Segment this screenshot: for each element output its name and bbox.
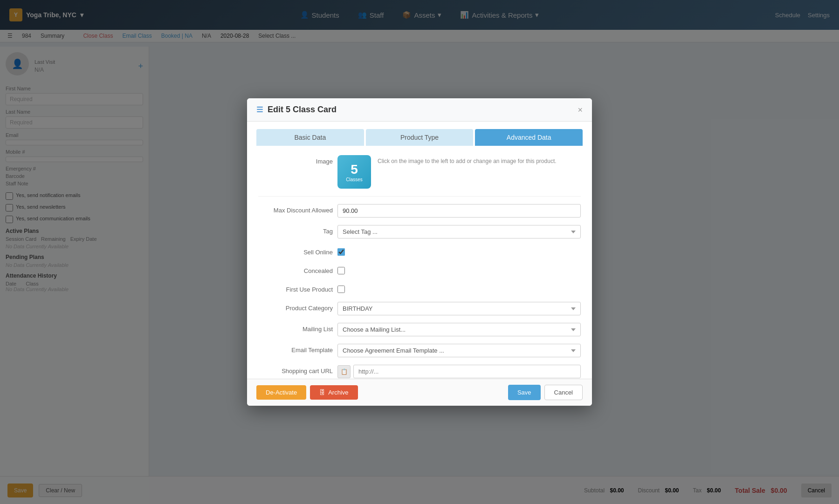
tag-control: Select Tag ... (337, 225, 581, 238)
image-row: Image 5 Classes Click on the image to th… (258, 155, 581, 189)
save-button[interactable]: Save (508, 385, 541, 400)
tab-basic-data[interactable]: Basic Data (256, 129, 364, 146)
mailing-list-label: Mailing List (258, 323, 333, 333)
tag-select[interactable]: Select Tag ... (337, 225, 581, 238)
sell-online-control (337, 246, 581, 257)
footer-left-buttons: De-Activate 🗄 Archive (256, 385, 358, 400)
tag-row: Tag Select Tag ... (258, 225, 581, 238)
cancel-button[interactable]: Cancel (544, 385, 583, 400)
deactivate-button[interactable]: De-Activate (256, 385, 306, 400)
modal-title: Edit 5 Class Card (268, 105, 337, 115)
tab-advanced-data[interactable]: Advanced Data (475, 129, 583, 146)
concealed-checkbox[interactable] (337, 267, 345, 274)
mailing-list-row: Mailing List Choose a Mailing List... (258, 323, 581, 336)
modal-tabs: Basic Data Product Type Advanced Data (247, 122, 592, 146)
sell-online-row: Sell Online (258, 246, 581, 257)
sell-online-checkbox[interactable] (337, 248, 345, 256)
modal-title-group: ☰ Edit 5 Class Card (256, 105, 337, 115)
shopping-cart-url-input[interactable] (353, 365, 581, 378)
first-use-checkbox[interactable] (337, 286, 345, 293)
concealed-row: Concealed (258, 265, 581, 276)
image-hint-text: Click on the image to the left to add or… (378, 155, 557, 164)
modal-dialog: ☰ Edit 5 Class Card × Basic Data Product… (247, 98, 592, 406)
first-use-row: First Use Product (258, 283, 581, 294)
max-discount-input[interactable]: 90.00 (337, 204, 581, 218)
modal-title-icon: ☰ (256, 105, 263, 114)
concealed-label: Concealed (258, 265, 333, 274)
image-classes-label: Classes (346, 177, 363, 182)
email-template-select[interactable]: Choose Agreement Email Template ... (337, 344, 581, 357)
modal-close-button[interactable]: × (578, 106, 583, 114)
modal-header: ☰ Edit 5 Class Card × (247, 98, 592, 122)
concealed-control (337, 265, 581, 276)
first-use-control (337, 283, 581, 294)
archive-button[interactable]: 🗄 Archive (310, 385, 358, 400)
modal-footer: De-Activate 🗄 Archive Save Cancel (247, 379, 592, 406)
image-label: Image (258, 155, 333, 165)
product-category-control: BIRTHDAY (337, 302, 581, 315)
archive-icon: 🗄 (319, 389, 325, 396)
sell-online-label: Sell Online (258, 246, 333, 256)
max-discount-row: Max Discount Allowed 90.00 (258, 204, 581, 218)
tab-product-type[interactable]: Product Type (366, 129, 474, 146)
shopping-cart-url-row: Shopping cart URL 📋 (258, 365, 581, 378)
image-control: 5 Classes Click on the image to the left… (337, 155, 581, 189)
product-category-row: Product Category BIRTHDAY (258, 302, 581, 315)
email-template-row: Email Template Choose Agreement Email Te… (258, 344, 581, 357)
mailing-list-select[interactable]: Choose a Mailing List... (337, 323, 581, 336)
email-template-label: Email Template (258, 344, 333, 354)
modal-body: Image 5 Classes Click on the image to th… (247, 146, 592, 379)
tag-label: Tag (258, 225, 333, 235)
shopping-cart-url-label: Shopping cart URL (258, 365, 333, 375)
email-template-control: Choose Agreement Email Template ... (337, 344, 581, 357)
first-use-label: First Use Product (258, 283, 333, 293)
shopping-cart-url-control: 📋 (337, 365, 581, 378)
product-category-select[interactable]: BIRTHDAY (337, 302, 581, 315)
max-discount-label: Max Discount Allowed (258, 204, 333, 214)
divider-1 (258, 196, 581, 197)
mailing-list-control: Choose a Mailing List... (337, 323, 581, 336)
footer-right-buttons: Save Cancel (508, 385, 583, 400)
copy-url-icon[interactable]: 📋 (337, 365, 351, 378)
product-image-thumbnail[interactable]: 5 Classes (337, 155, 371, 189)
image-number: 5 (351, 162, 358, 177)
product-category-label: Product Category (258, 302, 333, 312)
max-discount-control: 90.00 (337, 204, 581, 218)
